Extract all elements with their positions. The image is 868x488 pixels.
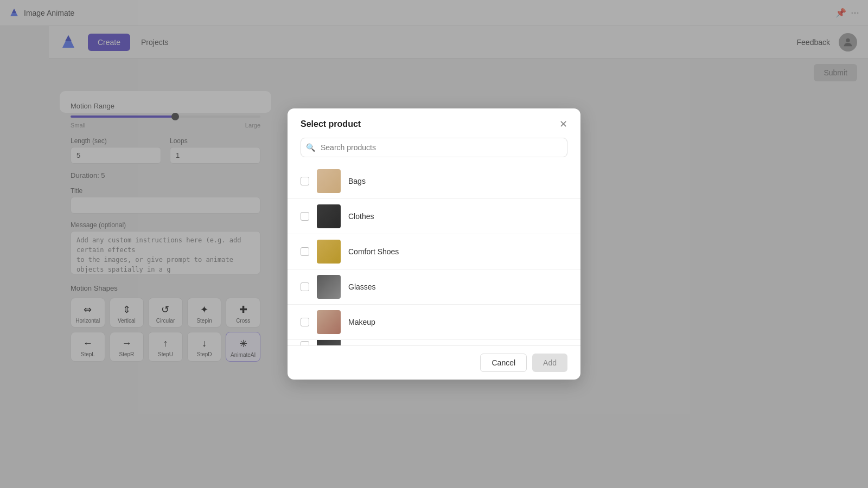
product-item-clothes[interactable]: Clothes [288,199,580,234]
comfort-shoes-name: Comfort Shoes [348,247,399,256]
search-icon: 🔍 [306,143,315,152]
select-product-modal: Select product ✕ 🔍 Bags Clothes [288,108,580,380]
add-button[interactable]: Add [532,354,567,372]
comfort-shoes-checkbox[interactable] [301,247,309,256]
bags-name: Bags [348,177,366,185]
modal-footer: Cancel Add [288,345,580,380]
product-item-comfort-shoes[interactable]: Comfort Shoes [288,234,580,269]
modal-header: Select product ✕ [288,108,580,138]
bags-checkbox[interactable] [301,177,309,185]
clothes-name: Clothes [348,212,374,221]
search-input[interactable] [301,138,567,157]
product-item-bags[interactable]: Bags [288,164,580,199]
more-checkbox[interactable] [301,341,309,345]
makeup-name: Makeup [348,318,375,326]
product-list: Bags Clothes Comfort Shoes Glasses [288,164,580,345]
product-item-makeup[interactable]: Makeup [288,305,580,340]
makeup-thumbnail [317,310,341,334]
modal-close-button[interactable]: ✕ [559,119,567,129]
modal-search: 🔍 [301,138,567,157]
cancel-button[interactable]: Cancel [480,354,527,372]
bags-thumbnail [317,169,341,193]
product-item-glasses[interactable]: Glasses [288,269,580,305]
comfort-shoes-thumbnail [317,240,341,264]
product-item-more[interactable] [288,340,580,345]
glasses-thumbnail [317,275,341,299]
makeup-checkbox[interactable] [301,318,309,326]
more-thumbnail [317,340,341,345]
modal-overlay[interactable]: Select product ✕ 🔍 Bags Clothes [0,0,868,488]
glasses-name: Glasses [348,282,376,291]
modal-title: Select product [301,119,361,129]
clothes-thumbnail [317,204,341,228]
glasses-checkbox[interactable] [301,282,309,291]
clothes-checkbox[interactable] [301,212,309,221]
